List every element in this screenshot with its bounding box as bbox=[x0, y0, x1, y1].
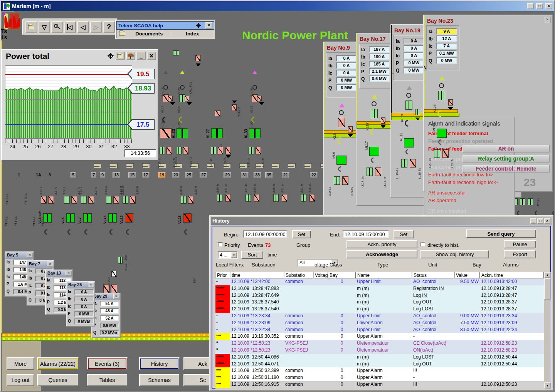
breaker-VL19[interactable] bbox=[160, 128, 172, 138]
pair-disconnector-1s[interactable] bbox=[211, 147, 216, 154]
close-icon[interactable] bbox=[147, 52, 156, 60]
branch-disconnector[interactable] bbox=[381, 117, 385, 124]
pair-disconnector-ts[interactable] bbox=[218, 147, 223, 154]
pair-disconnector-ts[interactable] bbox=[183, 147, 188, 154]
nav-logout[interactable]: Log out bbox=[7, 374, 34, 386]
history-row[interactable]: *******12.10.09 13:28:37.540m (m)Log LOS… bbox=[215, 306, 544, 313]
popup-close-button[interactable] bbox=[88, 282, 94, 287]
column-header-Voltag[interactable]: Voltag bbox=[313, 272, 328, 278]
pair-disconnector-ts[interactable] bbox=[113, 196, 119, 204]
popup-close-button[interactable] bbox=[66, 271, 72, 276]
history-row[interactable]: *******12.10.09 13:28:47.883m (m)Registr… bbox=[215, 285, 544, 292]
bay-vl-breaker[interactable] bbox=[369, 147, 379, 156]
history-minimize-button[interactable]: _ bbox=[530, 218, 536, 224]
history-row[interactable]: *******12.10.09 12:50:44.071m (m)Log OUT… bbox=[215, 361, 544, 368]
history-row[interactable]: -12.10.09 *13:22:34common0Upper LimitAO_… bbox=[215, 327, 544, 333]
breaker-VL5[interactable] bbox=[66, 213, 75, 223]
step-back-button[interactable]: ◁ bbox=[77, 21, 89, 33]
pair-disconnector-1s[interactable] bbox=[249, 147, 254, 154]
right-disconnector[interactable] bbox=[528, 198, 533, 205]
history-row[interactable]: -12.10.09 *13:23:09common0Lower AlarmAO_… bbox=[215, 320, 544, 327]
bay-llts-disconnector[interactable] bbox=[342, 176, 348, 185]
folder-button[interactable] bbox=[25, 21, 37, 33]
scroll-down-arrow[interactable]: ▼ bbox=[544, 382, 551, 389]
sort-count-select[interactable]: 4 ... bbox=[218, 251, 238, 259]
bay-llts-disconnector[interactable] bbox=[375, 168, 381, 176]
nav-events[interactable]: Events (3) bbox=[87, 357, 128, 370]
pair-disconnector-1s[interactable] bbox=[176, 147, 182, 154]
stub-disconnector[interactable] bbox=[254, 194, 259, 202]
begin-input[interactable] bbox=[243, 230, 287, 238]
breaker-VL7[interactable] bbox=[83, 213, 92, 223]
popup-titlebar[interactable]: Bay 7 bbox=[27, 261, 54, 268]
stub-disconnector[interactable] bbox=[217, 194, 222, 202]
bay-ll1s-disconnector[interactable] bbox=[434, 149, 440, 158]
breaker-VL23[interactable] bbox=[177, 128, 188, 138]
sort-button[interactable]: Sort bbox=[241, 251, 263, 259]
history-row[interactable]: *12.10.09 *12:58:23VKG-PSEJ0Ületemperatu… bbox=[215, 347, 544, 354]
popup-titlebar[interactable]: Bay 29 bbox=[92, 293, 120, 300]
feeder-ctrl-button[interactable]: AR on bbox=[462, 145, 550, 152]
skip-back-button[interactable]: ◁ bbox=[64, 21, 76, 33]
pair-disconnector-ts[interactable] bbox=[256, 147, 261, 154]
help-tab-index[interactable]: Index bbox=[171, 31, 214, 37]
help-tab-documents[interactable]: Documents bbox=[128, 31, 171, 37]
pair-disconnector-ts[interactable] bbox=[88, 196, 94, 204]
history-maximize-button[interactable]: □ bbox=[537, 218, 543, 224]
nav-more[interactable]: More bbox=[7, 357, 34, 370]
history-row[interactable]: ****12.10.09 12:50:31.180common0Upper Al… bbox=[215, 374, 544, 381]
breaker-VL13[interactable] bbox=[108, 213, 117, 223]
branch-disconnector[interactable] bbox=[415, 109, 420, 115]
breaker-VL25[interactable] bbox=[183, 213, 192, 223]
bay-llts-disconnector[interactable] bbox=[442, 149, 449, 158]
pair-disconnector-ts[interactable] bbox=[166, 147, 172, 154]
history-row[interactable]: *******12.10.09 12:50:44.086m (m)Log LOS… bbox=[215, 354, 544, 361]
breaker-VL15[interactable] bbox=[125, 213, 133, 223]
history-row[interactable]: -12.10.09 *13:42:00common0Upper LimitAO_… bbox=[215, 278, 544, 285]
stub-disconnector[interactable] bbox=[225, 194, 231, 202]
breaker-VL27[interactable] bbox=[211, 128, 223, 138]
pair-disconnector-1s[interactable] bbox=[64, 196, 70, 204]
pair-disconnector-1s[interactable] bbox=[106, 196, 112, 204]
branch-disconnector[interactable] bbox=[185, 96, 189, 101]
t1ml1-disconnector[interactable] bbox=[225, 147, 231, 154]
bay-ll1s-disconnector[interactable] bbox=[367, 168, 373, 176]
stub-disconnector[interactable] bbox=[273, 194, 279, 202]
popup-close-button[interactable] bbox=[27, 253, 33, 258]
triangle-down-button[interactable]: ▽ bbox=[39, 21, 50, 33]
pair-disconnector-1s[interactable] bbox=[123, 196, 128, 204]
popup-close-button[interactable] bbox=[113, 294, 119, 299]
column-header-Prior[interactable]: Prior bbox=[215, 272, 230, 278]
step-forward-button[interactable]: ▷ bbox=[90, 21, 102, 33]
bay-ll1s-disconnector[interactable] bbox=[334, 176, 340, 185]
pair-disconnector-1s[interactable] bbox=[181, 196, 187, 204]
column-header-Status[interactable]: Status bbox=[412, 272, 454, 278]
end-set-button[interactable]: Set bbox=[394, 230, 414, 238]
pair-disconnector-ts[interactable] bbox=[130, 196, 136, 204]
bay-kl-disconnector[interactable] bbox=[405, 101, 412, 110]
bay-ll1s-disconnector[interactable] bbox=[401, 159, 407, 168]
popup-titlebar[interactable]: Bay 13 bbox=[46, 270, 72, 277]
scroll-up-arrow[interactable]: ▲ bbox=[544, 272, 551, 278]
zoom-in-button[interactable]: + bbox=[51, 21, 63, 33]
history-scrollbar[interactable]: ▲▼ bbox=[544, 272, 551, 389]
history-row[interactable]: -12.10.09 *13:23:34common0Upper LimitAO_… bbox=[215, 313, 544, 320]
branch-disconnector[interactable] bbox=[348, 126, 353, 132]
pair-disconnector-ts[interactable] bbox=[48, 196, 54, 204]
t1ml3-disconnector[interactable] bbox=[195, 55, 201, 61]
pair-disconnector-1s[interactable] bbox=[81, 196, 87, 204]
history-row[interactable]: *12.10.09 *12:58:23VKG-PSEJ0Ületemperatu… bbox=[215, 340, 544, 347]
column-header-Value[interactable]: Value bbox=[454, 272, 480, 278]
column-header-Name[interactable]: Name bbox=[356, 272, 412, 278]
popup-titlebar[interactable]: Bay 25 bbox=[67, 282, 94, 288]
column-header-Substatio[interactable]: Substatio bbox=[284, 272, 313, 278]
right-disconnector[interactable] bbox=[520, 198, 525, 205]
acknowledge-button[interactable]: Acknowledge bbox=[346, 250, 417, 258]
branch-disconnector[interactable] bbox=[257, 96, 262, 101]
send-query-button[interactable]: Send query bbox=[466, 230, 536, 238]
bay-vl-breaker[interactable] bbox=[336, 156, 346, 165]
stub-disconnector[interactable] bbox=[246, 194, 251, 202]
pair-disconnector-ts[interactable] bbox=[188, 196, 194, 204]
move-icon[interactable] bbox=[107, 52, 114, 60]
nav-queries[interactable]: Queries bbox=[37, 374, 79, 386]
